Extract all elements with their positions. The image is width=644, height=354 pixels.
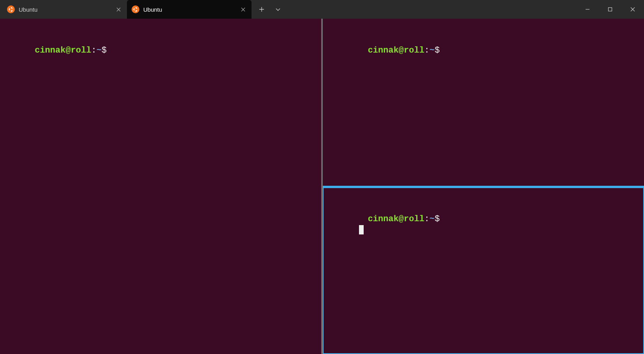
terminal-pane-right-bottom[interactable]: cinnak@roll:~$ (323, 187, 644, 354)
tab-label: Ubuntu (143, 7, 234, 12)
shell-prompt: cinnak@roll:~$ (327, 46, 445, 67)
prompt-colon: : (424, 214, 429, 224)
tab-close-button[interactable] (114, 5, 123, 14)
prompt-symbol: $ (435, 46, 445, 55)
terminal-pane-right-top[interactable]: cinnak@roll:~$ (323, 19, 644, 186)
prompt-userhost: cinnak@roll (368, 46, 424, 55)
prompt-colon: : (424, 46, 429, 55)
right-column: cinnak@roll:~$ cinnak@roll:~$ (323, 19, 644, 354)
maximize-icon (608, 7, 612, 12)
close-icon (241, 7, 245, 12)
prompt-cwd: ~ (97, 46, 102, 55)
tab-actions (252, 0, 286, 19)
prompt-symbol: $ (102, 46, 112, 55)
prompt-cwd: ~ (429, 46, 435, 55)
shell-prompt: cinnak@roll:~$ (327, 214, 445, 236)
prompt-userhost: cinnak@roll (368, 214, 424, 224)
new-tab-button[interactable] (254, 0, 269, 19)
ubuntu-logo-icon (132, 5, 139, 13)
text-cursor (359, 225, 364, 234)
titlebar[interactable]: Ubuntu Ubuntu (0, 0, 644, 19)
close-icon (630, 7, 635, 12)
tab-strip: Ubuntu Ubuntu (0, 0, 252, 19)
minimize-icon (585, 7, 590, 12)
window-close-button[interactable] (621, 0, 644, 19)
tab-label: Ubuntu (19, 7, 110, 12)
svg-rect-6 (609, 8, 612, 11)
close-icon (116, 7, 121, 12)
new-tab-dropdown-button[interactable] (270, 0, 286, 19)
prompt-userhost: cinnak@roll (35, 46, 91, 55)
window-controls (576, 0, 644, 19)
terminal-pane-left[interactable]: cinnak@roll:~$ (0, 19, 321, 354)
shell-prompt: cinnak@roll:~$ (4, 46, 112, 67)
plus-icon (259, 7, 264, 12)
tab-close-button[interactable] (238, 5, 248, 14)
chevron-down-icon (275, 7, 281, 12)
tab-ubuntu-2[interactable]: Ubuntu (127, 0, 252, 19)
ubuntu-logo-icon (7, 5, 15, 13)
titlebar-drag-region[interactable] (286, 0, 576, 19)
window-maximize-button[interactable] (599, 0, 621, 19)
prompt-cwd: ~ (429, 214, 435, 224)
window-minimize-button[interactable] (576, 0, 599, 19)
tab-ubuntu-1[interactable]: Ubuntu (2, 0, 127, 19)
prompt-colon: : (91, 46, 96, 55)
prompt-symbol: $ (435, 214, 445, 224)
terminal-workspace: cinnak@roll:~$ cinnak@roll:~$ cinnak@rol… (0, 19, 644, 354)
